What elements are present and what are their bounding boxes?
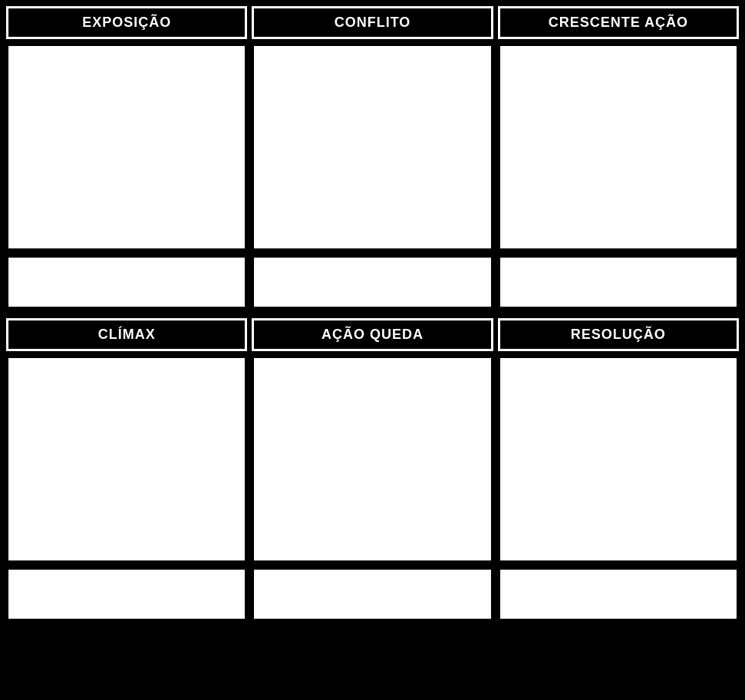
bottom-large-row: [6, 356, 739, 563]
bottom-header-row: CLÍMAX AÇÃO QUEDA RESOLUÇÃO: [6, 318, 739, 351]
header-conflito: CONFLITO: [252, 6, 493, 39]
bottom-small-row: [6, 567, 739, 621]
climax-small-cell[interactable]: [6, 567, 247, 621]
resolucao-large-cell[interactable]: [498, 356, 739, 563]
top-small-row: [6, 255, 739, 309]
crescente-acao-large-cell[interactable]: [498, 44, 739, 251]
top-header-row: EXPOSIÇÃO CONFLITO CRESCENTE AÇÃO: [6, 6, 739, 39]
conflito-large-cell[interactable]: [252, 44, 493, 251]
acao-queda-large-cell[interactable]: [252, 356, 493, 563]
header-acao-queda: AÇÃO QUEDA: [252, 318, 493, 351]
conflito-small-cell[interactable]: [252, 255, 493, 309]
top-large-row: [6, 44, 739, 251]
header-resolucao: RESOLUÇÃO: [498, 318, 739, 351]
exposicao-small-cell[interactable]: [6, 255, 247, 309]
crescente-acao-small-cell[interactable]: [498, 255, 739, 309]
bottom-content-rows: [6, 356, 739, 621]
header-climax: CLÍMAX: [6, 318, 247, 351]
header-exposicao: EXPOSIÇÃO: [6, 6, 247, 39]
bottom-section: CLÍMAX AÇÃO QUEDA RESOLUÇÃO: [6, 318, 739, 621]
section-divider: [6, 309, 739, 318]
acao-queda-small-cell[interactable]: [252, 567, 493, 621]
resolucao-small-cell[interactable]: [498, 567, 739, 621]
top-content-rows: [6, 44, 739, 309]
header-crescente-acao: CRESCENTE AÇÃO: [498, 6, 739, 39]
top-section: EXPOSIÇÃO CONFLITO CRESCENTE AÇÃO: [6, 6, 739, 309]
exposicao-large-cell[interactable]: [6, 44, 247, 251]
climax-large-cell[interactable]: [6, 356, 247, 563]
